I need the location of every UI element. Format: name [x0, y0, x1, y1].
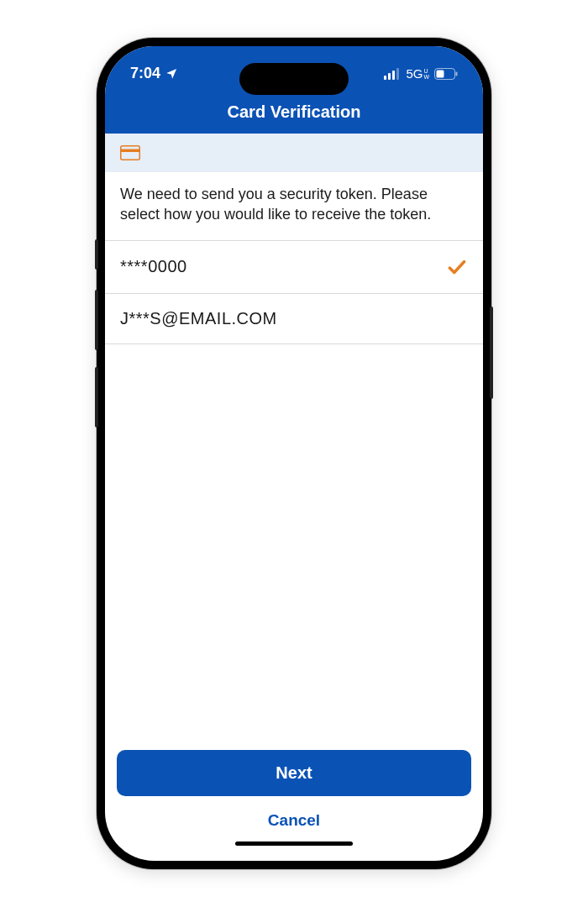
delivery-option-email[interactable]: J***S@EMAIL.COM: [105, 294, 483, 344]
dynamic-island: [239, 63, 349, 95]
svg-rect-1: [388, 73, 391, 80]
power-button: [490, 307, 493, 399]
card-icon-strip: [105, 134, 483, 172]
network-label: 5G U W: [406, 66, 429, 81]
side-button: [95, 239, 98, 270]
status-time: 7:04: [130, 65, 160, 82]
bottom-bar: Next Cancel: [105, 750, 483, 861]
instruction-text: We need to send you a security token. Pl…: [105, 172, 483, 241]
content-area: ****0000 J***S@EMAIL.COM: [105, 241, 483, 750]
volume-down-button: [95, 367, 98, 427]
home-indicator: [235, 841, 353, 846]
svg-rect-5: [437, 70, 444, 77]
credit-card-icon: [120, 145, 468, 160]
delivery-option-phone[interactable]: ****0000: [105, 241, 483, 294]
svg-rect-8: [121, 149, 140, 153]
page-title: Card Verification: [105, 102, 483, 122]
svg-rect-0: [384, 76, 386, 80]
next-button[interactable]: Next: [117, 750, 471, 796]
location-icon: [165, 67, 178, 80]
svg-rect-2: [392, 71, 395, 80]
svg-rect-7: [121, 146, 140, 160]
phone-frame: 7:04: [97, 38, 491, 869]
volume-up-button: [95, 290, 98, 350]
battery-icon: [434, 68, 458, 80]
screen: 7:04: [105, 46, 483, 861]
checkmark-icon: [446, 256, 468, 278]
option-label: ****0000: [120, 257, 187, 276]
signal-icon: [384, 68, 401, 80]
svg-rect-6: [456, 71, 458, 76]
cancel-button[interactable]: Cancel: [117, 796, 471, 838]
option-label: J***S@EMAIL.COM: [120, 309, 277, 328]
svg-rect-3: [396, 68, 399, 80]
